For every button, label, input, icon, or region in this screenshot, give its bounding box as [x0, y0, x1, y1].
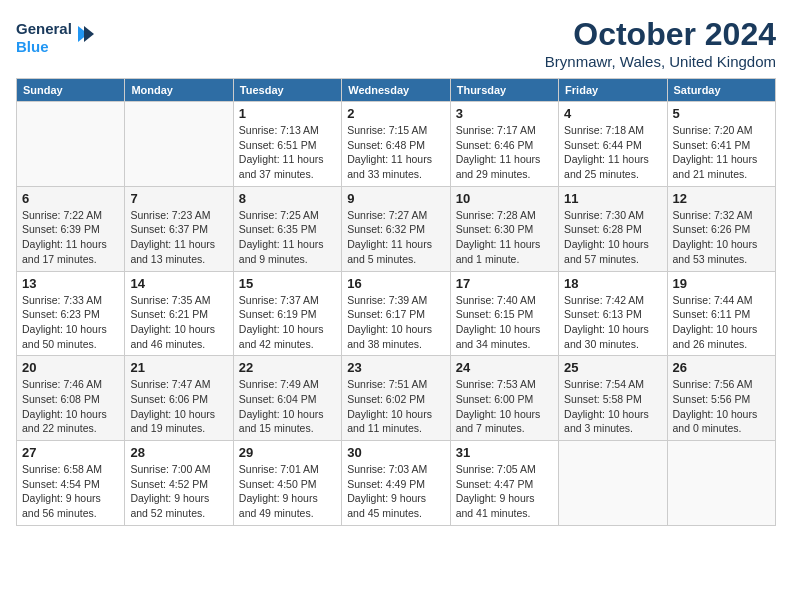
day-detail: Sunrise: 7:56 AM Sunset: 5:56 PM Dayligh…	[673, 377, 770, 436]
calendar-week-3: 13Sunrise: 7:33 AM Sunset: 6:23 PM Dayli…	[17, 271, 776, 356]
day-number: 5	[673, 106, 770, 121]
day-number: 4	[564, 106, 661, 121]
day-detail: Sunrise: 7:23 AM Sunset: 6:37 PM Dayligh…	[130, 208, 227, 267]
calendar-cell: 1Sunrise: 7:13 AM Sunset: 6:51 PM Daylig…	[233, 102, 341, 187]
day-number: 31	[456, 445, 553, 460]
weekday-header-wednesday: Wednesday	[342, 79, 450, 102]
calendar-cell: 22Sunrise: 7:49 AM Sunset: 6:04 PM Dayli…	[233, 356, 341, 441]
calendar-table: SundayMondayTuesdayWednesdayThursdayFrid…	[16, 78, 776, 526]
svg-text:Blue: Blue	[16, 38, 49, 55]
weekday-header-friday: Friday	[559, 79, 667, 102]
calendar-cell: 17Sunrise: 7:40 AM Sunset: 6:15 PM Dayli…	[450, 271, 558, 356]
weekday-header-monday: Monday	[125, 79, 233, 102]
calendar-cell: 11Sunrise: 7:30 AM Sunset: 6:28 PM Dayli…	[559, 186, 667, 271]
day-detail: Sunrise: 7:47 AM Sunset: 6:06 PM Dayligh…	[130, 377, 227, 436]
calendar-cell: 2Sunrise: 7:15 AM Sunset: 6:48 PM Daylig…	[342, 102, 450, 187]
calendar-cell	[667, 441, 775, 526]
calendar-cell: 16Sunrise: 7:39 AM Sunset: 6:17 PM Dayli…	[342, 271, 450, 356]
calendar-cell: 5Sunrise: 7:20 AM Sunset: 6:41 PM Daylig…	[667, 102, 775, 187]
day-number: 26	[673, 360, 770, 375]
header: General Blue October 2024 Brynmawr, Wale…	[16, 16, 776, 70]
day-number: 28	[130, 445, 227, 460]
day-number: 16	[347, 276, 444, 291]
calendar-cell: 26Sunrise: 7:56 AM Sunset: 5:56 PM Dayli…	[667, 356, 775, 441]
day-detail: Sunrise: 7:22 AM Sunset: 6:39 PM Dayligh…	[22, 208, 119, 267]
day-detail: Sunrise: 6:58 AM Sunset: 4:54 PM Dayligh…	[22, 462, 119, 521]
day-detail: Sunrise: 7:28 AM Sunset: 6:30 PM Dayligh…	[456, 208, 553, 267]
day-number: 27	[22, 445, 119, 460]
calendar-cell: 24Sunrise: 7:53 AM Sunset: 6:00 PM Dayli…	[450, 356, 558, 441]
day-number: 20	[22, 360, 119, 375]
calendar-week-1: 1Sunrise: 7:13 AM Sunset: 6:51 PM Daylig…	[17, 102, 776, 187]
calendar-cell: 23Sunrise: 7:51 AM Sunset: 6:02 PM Dayli…	[342, 356, 450, 441]
calendar-cell: 30Sunrise: 7:03 AM Sunset: 4:49 PM Dayli…	[342, 441, 450, 526]
day-detail: Sunrise: 7:01 AM Sunset: 4:50 PM Dayligh…	[239, 462, 336, 521]
calendar-cell: 10Sunrise: 7:28 AM Sunset: 6:30 PM Dayli…	[450, 186, 558, 271]
day-number: 12	[673, 191, 770, 206]
day-number: 6	[22, 191, 119, 206]
day-number: 25	[564, 360, 661, 375]
day-number: 19	[673, 276, 770, 291]
day-detail: Sunrise: 7:25 AM Sunset: 6:35 PM Dayligh…	[239, 208, 336, 267]
day-detail: Sunrise: 7:13 AM Sunset: 6:51 PM Dayligh…	[239, 123, 336, 182]
day-detail: Sunrise: 7:39 AM Sunset: 6:17 PM Dayligh…	[347, 293, 444, 352]
svg-marker-3	[84, 26, 94, 42]
calendar-cell: 19Sunrise: 7:44 AM Sunset: 6:11 PM Dayli…	[667, 271, 775, 356]
day-number: 30	[347, 445, 444, 460]
day-detail: Sunrise: 7:00 AM Sunset: 4:52 PM Dayligh…	[130, 462, 227, 521]
day-detail: Sunrise: 7:54 AM Sunset: 5:58 PM Dayligh…	[564, 377, 661, 436]
calendar-cell: 25Sunrise: 7:54 AM Sunset: 5:58 PM Dayli…	[559, 356, 667, 441]
calendar-week-4: 20Sunrise: 7:46 AM Sunset: 6:08 PM Dayli…	[17, 356, 776, 441]
calendar-cell: 20Sunrise: 7:46 AM Sunset: 6:08 PM Dayli…	[17, 356, 125, 441]
day-detail: Sunrise: 7:27 AM Sunset: 6:32 PM Dayligh…	[347, 208, 444, 267]
calendar-cell: 12Sunrise: 7:32 AM Sunset: 6:26 PM Dayli…	[667, 186, 775, 271]
calendar-subtitle: Brynmawr, Wales, United Kingdom	[545, 53, 776, 70]
calendar-cell	[559, 441, 667, 526]
day-detail: Sunrise: 7:49 AM Sunset: 6:04 PM Dayligh…	[239, 377, 336, 436]
logo: General Blue	[16, 16, 96, 60]
day-detail: Sunrise: 7:46 AM Sunset: 6:08 PM Dayligh…	[22, 377, 119, 436]
day-number: 7	[130, 191, 227, 206]
day-number: 9	[347, 191, 444, 206]
weekday-header-saturday: Saturday	[667, 79, 775, 102]
day-number: 29	[239, 445, 336, 460]
day-detail: Sunrise: 7:51 AM Sunset: 6:02 PM Dayligh…	[347, 377, 444, 436]
day-detail: Sunrise: 7:17 AM Sunset: 6:46 PM Dayligh…	[456, 123, 553, 182]
weekday-header-tuesday: Tuesday	[233, 79, 341, 102]
calendar-cell: 9Sunrise: 7:27 AM Sunset: 6:32 PM Daylig…	[342, 186, 450, 271]
day-detail: Sunrise: 7:44 AM Sunset: 6:11 PM Dayligh…	[673, 293, 770, 352]
day-detail: Sunrise: 7:42 AM Sunset: 6:13 PM Dayligh…	[564, 293, 661, 352]
calendar-cell: 13Sunrise: 7:33 AM Sunset: 6:23 PM Dayli…	[17, 271, 125, 356]
day-number: 14	[130, 276, 227, 291]
day-number: 24	[456, 360, 553, 375]
calendar-cell: 21Sunrise: 7:47 AM Sunset: 6:06 PM Dayli…	[125, 356, 233, 441]
day-number: 8	[239, 191, 336, 206]
day-detail: Sunrise: 7:35 AM Sunset: 6:21 PM Dayligh…	[130, 293, 227, 352]
day-number: 22	[239, 360, 336, 375]
day-detail: Sunrise: 7:05 AM Sunset: 4:47 PM Dayligh…	[456, 462, 553, 521]
day-detail: Sunrise: 7:30 AM Sunset: 6:28 PM Dayligh…	[564, 208, 661, 267]
calendar-cell: 31Sunrise: 7:05 AM Sunset: 4:47 PM Dayli…	[450, 441, 558, 526]
calendar-cell: 4Sunrise: 7:18 AM Sunset: 6:44 PM Daylig…	[559, 102, 667, 187]
day-detail: Sunrise: 7:18 AM Sunset: 6:44 PM Dayligh…	[564, 123, 661, 182]
calendar-cell: 29Sunrise: 7:01 AM Sunset: 4:50 PM Dayli…	[233, 441, 341, 526]
day-number: 21	[130, 360, 227, 375]
day-number: 11	[564, 191, 661, 206]
calendar-week-2: 6Sunrise: 7:22 AM Sunset: 6:39 PM Daylig…	[17, 186, 776, 271]
calendar-cell: 6Sunrise: 7:22 AM Sunset: 6:39 PM Daylig…	[17, 186, 125, 271]
day-number: 3	[456, 106, 553, 121]
calendar-week-5: 27Sunrise: 6:58 AM Sunset: 4:54 PM Dayli…	[17, 441, 776, 526]
weekday-header-row: SundayMondayTuesdayWednesdayThursdayFrid…	[17, 79, 776, 102]
day-number: 18	[564, 276, 661, 291]
calendar-cell: 15Sunrise: 7:37 AM Sunset: 6:19 PM Dayli…	[233, 271, 341, 356]
day-number: 2	[347, 106, 444, 121]
calendar-cell: 14Sunrise: 7:35 AM Sunset: 6:21 PM Dayli…	[125, 271, 233, 356]
day-detail: Sunrise: 7:32 AM Sunset: 6:26 PM Dayligh…	[673, 208, 770, 267]
calendar-cell: 18Sunrise: 7:42 AM Sunset: 6:13 PM Dayli…	[559, 271, 667, 356]
day-number: 10	[456, 191, 553, 206]
day-detail: Sunrise: 7:33 AM Sunset: 6:23 PM Dayligh…	[22, 293, 119, 352]
day-number: 1	[239, 106, 336, 121]
day-number: 23	[347, 360, 444, 375]
day-detail: Sunrise: 7:37 AM Sunset: 6:19 PM Dayligh…	[239, 293, 336, 352]
title-block: October 2024 Brynmawr, Wales, United Kin…	[545, 16, 776, 70]
